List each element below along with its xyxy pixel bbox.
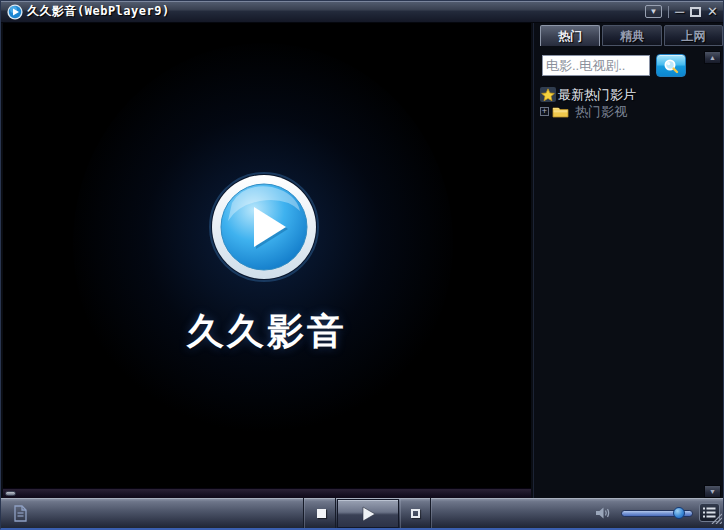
tab-web[interactable]: 上网 (664, 25, 723, 46)
tree-item-hot-new[interactable]: 最新热门影片 (540, 86, 636, 103)
play-logo-icon (208, 171, 320, 283)
search-button[interactable] (656, 54, 686, 77)
speaker-icon (595, 505, 613, 521)
tree-scroll-down-button[interactable]: ▼ (704, 485, 721, 498)
tree-item-hot-video[interactable]: + 热门影视 (540, 103, 627, 120)
search-input[interactable] (542, 55, 650, 76)
star-icon (540, 87, 556, 102)
tree-expand-icon[interactable]: + (540, 107, 549, 116)
bar-separator (431, 498, 432, 529)
maximize-button[interactable] (690, 7, 701, 17)
control-bar (1, 498, 723, 529)
pause-button[interactable] (401, 498, 429, 529)
file-icon (13, 505, 28, 522)
pause-icon (411, 509, 420, 518)
expand-menu-button[interactable]: ▼ (645, 5, 662, 18)
close-button[interactable]: ✕ (707, 1, 718, 22)
tab-hot[interactable]: 热门 (540, 25, 600, 46)
bar-separator (304, 498, 305, 529)
tree-item-label: 热门影视 (575, 103, 627, 121)
open-file-button[interactable] (9, 503, 31, 523)
window-title: 久久影音(WebPlayer9) (27, 1, 170, 22)
magnifier-icon (663, 58, 679, 74)
tree-item-label: 最新热门影片 (558, 86, 636, 104)
chevron-down-icon: ▼ (649, 8, 657, 16)
tab-classic[interactable]: 精典 (602, 25, 662, 46)
minimize-button[interactable]: ─ (675, 1, 684, 22)
play-icon (358, 504, 378, 524)
arrow-down-icon: ▼ (709, 488, 716, 495)
titlebar-separator (668, 6, 669, 18)
logo-watermark-text: 久久影音 (3, 307, 531, 357)
volume-thumb[interactable] (673, 507, 685, 519)
resize-grip[interactable] (710, 510, 722, 528)
window-controls: ▼ ─ ✕ (645, 1, 718, 22)
play-button[interactable] (337, 499, 399, 528)
seek-thumb[interactable] (5, 491, 16, 496)
stop-button[interactable] (307, 498, 335, 529)
seek-bar[interactable] (3, 488, 531, 498)
folder-icon (552, 105, 569, 118)
bar-separator (335, 498, 336, 529)
stop-icon (317, 509, 326, 518)
tree-scroll-up-button[interactable]: ▲ (704, 51, 721, 64)
sidebar-panel: 热门 精典 上网 ▲ 最新热门影片 + (533, 23, 723, 498)
title-bar: 久久影音(WebPlayer9) ▼ ─ ✕ (1, 1, 723, 23)
app-window: 久久影音(WebPlayer9) ▼ ─ ✕ (0, 0, 724, 530)
video-display-area[interactable]: 久久影音 (3, 23, 531, 488)
arrow-up-icon: ▲ (709, 54, 716, 61)
mute-button[interactable] (595, 505, 613, 525)
app-logo-icon (7, 4, 23, 20)
